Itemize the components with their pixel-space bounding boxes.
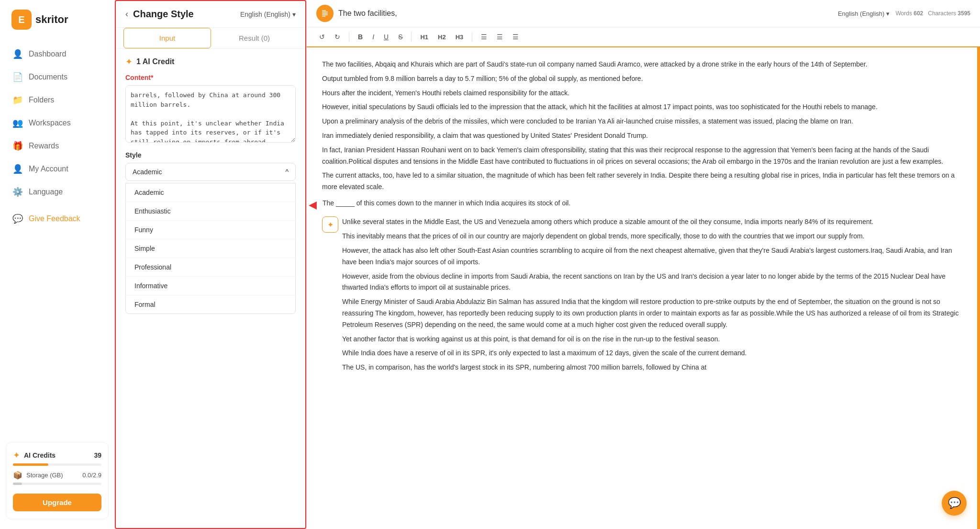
editor-paragraph: While Energy Minister of Saudi Arabia Ab… bbox=[342, 296, 965, 330]
workspaces-icon: 👥 bbox=[12, 118, 23, 128]
editor-paragraph: However, initial speculations by Saudi o… bbox=[322, 101, 965, 113]
highlighted-paragraph-row: ◀ The _____ of this comes down to the ma… bbox=[322, 196, 965, 214]
sidebar-item-workspaces[interactable]: 👥 Workspaces bbox=[6, 112, 109, 134]
panel-tabs: Input Result (0) bbox=[116, 28, 305, 49]
editor-paragraph: While India does have a reserve of oil i… bbox=[342, 348, 965, 359]
sidebar-item-label: Dashboard bbox=[29, 50, 66, 58]
style-option-simple[interactable]: Simple bbox=[126, 239, 295, 258]
storage-progress-fill bbox=[13, 483, 22, 485]
style-label: Style bbox=[125, 151, 296, 159]
credits-label: AI Credits bbox=[24, 451, 90, 459]
undo-button[interactable]: ↺ bbox=[316, 31, 328, 43]
magic-row: ✦ Unlike several states in the Middle Ea… bbox=[322, 216, 965, 376]
sidebar-item-folders[interactable]: 📁 Folders bbox=[6, 89, 109, 111]
sidebar-item-label: Workspaces bbox=[29, 119, 71, 127]
tab-input[interactable]: Input bbox=[123, 28, 211, 48]
ai-credits-row: ✦ AI Credits 39 bbox=[13, 450, 101, 461]
sidebar-item-label: Rewards bbox=[29, 142, 59, 150]
style-dropdown-arrow: ^ bbox=[285, 168, 289, 176]
style-selected-value: Academic bbox=[133, 168, 162, 176]
format-toolbar: ↺ ↻ B I U S H1 H2 H3 ☰ ☰ ☰ bbox=[307, 27, 980, 47]
paragraphs-after-magic: Unlike several states in the Middle East… bbox=[342, 216, 965, 376]
style-option-enthusiastic[interactable]: Enthusiastic bbox=[126, 202, 295, 221]
ordered-list-button[interactable]: ☰ bbox=[478, 31, 490, 43]
editor-paragraph: Iran immediately denied responsibility, … bbox=[322, 130, 965, 142]
chat-fab-button[interactable]: 💬 bbox=[942, 491, 967, 516]
svg-rect-0 bbox=[322, 10, 326, 11]
editor-language-selector[interactable]: English (English) ▾ bbox=[838, 10, 890, 17]
h3-button[interactable]: H3 bbox=[453, 32, 467, 43]
account-icon: 👤 bbox=[12, 164, 23, 174]
style-option-academic[interactable]: Academic bbox=[126, 183, 295, 202]
sidebar-item-give-feedback[interactable]: 💬 Give Feedback bbox=[6, 208, 109, 230]
toolbar-separator-3 bbox=[472, 32, 472, 42]
panel-body: ✦ 1 AI Credit Content* barrels, followed… bbox=[116, 49, 305, 528]
sidebar-item-label: Folders bbox=[29, 96, 54, 104]
panel-header: ‹ Change Style English (English) ▾ bbox=[116, 1, 305, 28]
underline-button[interactable]: U bbox=[381, 31, 391, 43]
documents-icon: 📄 bbox=[12, 72, 23, 82]
panel-language-label: English (English) bbox=[240, 11, 290, 18]
style-options-list: Academic Enthusiastic Funny Simple Profe… bbox=[125, 183, 296, 314]
style-option-informative[interactable]: Informative bbox=[126, 277, 295, 295]
editor-paragraph: This inevitably means that the prices of… bbox=[342, 231, 965, 242]
feedback-icon: 💬 bbox=[12, 214, 23, 224]
style-dropdown[interactable]: Academic ^ bbox=[125, 163, 296, 181]
style-option-formal[interactable]: Formal bbox=[126, 295, 295, 314]
folders-icon: 📁 bbox=[12, 95, 23, 105]
sidebar-item-dashboard[interactable]: 👤 Dashboard bbox=[6, 43, 109, 65]
editor-paragraph: The current attacks, too, have led to a … bbox=[322, 170, 965, 193]
redo-button[interactable]: ↻ bbox=[332, 31, 343, 43]
panel-language-arrow: ▾ bbox=[292, 11, 296, 18]
content-label: Content* bbox=[125, 74, 296, 81]
magic-button[interactable]: ✦ bbox=[322, 216, 338, 233]
sidebar: E skritor 👤 Dashboard 📄 Documents 📁 Fold… bbox=[0, 0, 115, 529]
upgrade-button[interactable]: Upgrade bbox=[13, 494, 101, 511]
toolbar-separator bbox=[349, 32, 349, 42]
unordered-list-button[interactable]: ☰ bbox=[494, 31, 506, 43]
style-option-funny[interactable]: Funny bbox=[126, 221, 295, 239]
h1-button[interactable]: H1 bbox=[417, 32, 431, 43]
credits-progress-fill bbox=[13, 463, 48, 466]
content-textarea[interactable]: barrels, followed by China at around 300… bbox=[125, 85, 296, 143]
change-style-panel: ‹ Change Style English (English) ▾ Input… bbox=[115, 0, 306, 529]
h2-button[interactable]: H2 bbox=[435, 32, 449, 43]
panel-title-wrap: ‹ Change Style bbox=[125, 9, 194, 20]
rewards-icon: 🎁 bbox=[12, 141, 23, 151]
credits-star-icon: ✦ bbox=[13, 450, 20, 461]
svg-rect-2 bbox=[322, 13, 328, 14]
red-arrow-icon: ◀ bbox=[309, 196, 317, 214]
editor-paragraph: Upon a preliminary analysis of the debri… bbox=[322, 116, 965, 127]
storage-row: 📦 Storage (GB) 0.0/2.9 bbox=[13, 471, 101, 480]
doc-title: The two facilities, bbox=[338, 9, 397, 18]
editor-content[interactable]: The two facilities, Abqaiq and Khurais w… bbox=[307, 47, 980, 529]
storage-value: 0.0/2.9 bbox=[82, 472, 101, 479]
sidebar-bottom: ✦ AI Credits 39 📦 Storage (GB) 0.0/2.9 U… bbox=[6, 442, 109, 519]
editor-doc-title: The two facilities, bbox=[316, 5, 836, 22]
editor-doc-toolbar: The two facilities, English (English) ▾ … bbox=[307, 0, 980, 27]
bold-button[interactable]: B bbox=[355, 31, 366, 43]
style-option-professional[interactable]: Professional bbox=[126, 258, 295, 277]
strikethrough-button[interactable]: S bbox=[395, 31, 405, 43]
sidebar-item-language[interactable]: ⚙️ Language bbox=[6, 181, 109, 203]
word-count: Words 602 Characters 3595 bbox=[895, 10, 970, 17]
logo-icon: E bbox=[11, 10, 32, 30]
editor-paragraph: The US, in comparison, has the world's l… bbox=[342, 362, 965, 373]
panel-language-selector[interactable]: English (English) ▾ bbox=[240, 11, 296, 18]
sidebar-item-rewards[interactable]: 🎁 Rewards bbox=[6, 135, 109, 157]
editor-language-arrow: ▾ bbox=[886, 10, 890, 17]
sidebar-item-documents[interactable]: 📄 Documents bbox=[6, 66, 109, 88]
svg-rect-3 bbox=[322, 14, 328, 15]
editor-panel: The two facilities, English (English) ▾ … bbox=[306, 0, 980, 529]
tab-result[interactable]: Result (0) bbox=[211, 28, 298, 48]
editor-paragraph: Hours after the incident, Yemen's Houthi… bbox=[322, 88, 965, 99]
svg-rect-4 bbox=[322, 16, 326, 17]
editor-paragraph: Unlike several states in the Middle East… bbox=[342, 216, 965, 228]
sidebar-item-label: My Account bbox=[29, 165, 68, 173]
align-button[interactable]: ☰ bbox=[510, 31, 522, 43]
back-button[interactable]: ‹ bbox=[125, 9, 128, 19]
sidebar-item-my-account[interactable]: 👤 My Account bbox=[6, 158, 109, 180]
italic-button[interactable]: I bbox=[369, 31, 377, 43]
logo: E skritor bbox=[0, 10, 114, 43]
editor-paragraph: In fact, Iranian President Hassan Rouhan… bbox=[322, 145, 965, 168]
